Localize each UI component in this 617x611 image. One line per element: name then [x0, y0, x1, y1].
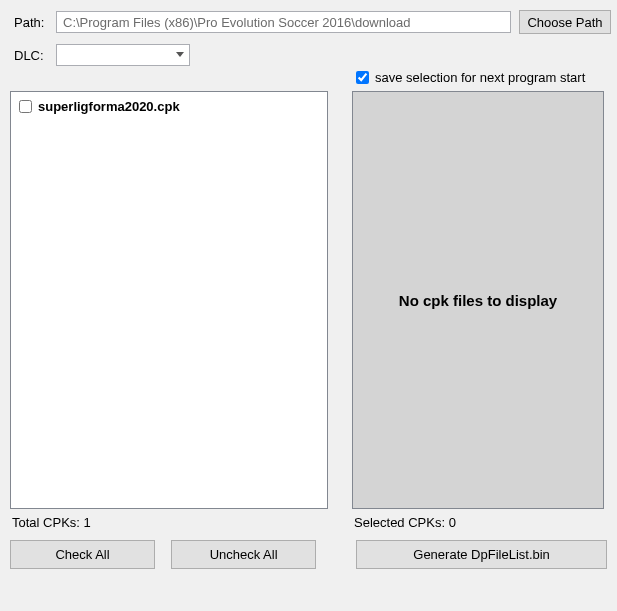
- dlc-dropdown[interactable]: [56, 44, 190, 66]
- cpk-listbox[interactable]: superligforma2020.cpk: [10, 91, 328, 509]
- choose-path-button[interactable]: Choose Path: [519, 10, 611, 34]
- selected-display-box: No cpk files to display: [352, 91, 604, 509]
- selected-cpks-value: 0: [449, 515, 456, 530]
- chevron-down-icon: [171, 45, 189, 65]
- total-cpks: Total CPKs: 1: [10, 515, 352, 530]
- selected-cpks: Selected CPKs: 0: [352, 515, 456, 530]
- save-selection-row: save selection for next program start: [356, 70, 611, 85]
- total-cpks-value: 1: [84, 515, 91, 530]
- list-item[interactable]: superligforma2020.cpk: [15, 98, 323, 115]
- save-selection-checkbox[interactable]: [356, 71, 369, 84]
- total-cpks-label: Total CPKs:: [12, 515, 84, 530]
- dlc-row: DLC:: [6, 44, 611, 66]
- path-input[interactable]: [56, 11, 511, 33]
- app-root: Path: Choose Path DLC: save selection fo…: [0, 0, 617, 611]
- generate-button[interactable]: Generate DpFileList.bin: [356, 540, 607, 569]
- empty-display-text: No cpk files to display: [399, 292, 557, 309]
- selected-cpks-label: Selected CPKs:: [354, 515, 449, 530]
- panels: superligforma2020.cpk No cpk files to di…: [6, 91, 611, 509]
- path-row: Path: Choose Path: [6, 10, 611, 34]
- save-selection-label: save selection for next program start: [375, 70, 585, 85]
- dlc-label: DLC:: [6, 48, 56, 63]
- list-item-checkbox[interactable]: [19, 100, 32, 113]
- uncheck-all-button[interactable]: Uncheck All: [171, 540, 316, 569]
- list-item-label: superligforma2020.cpk: [38, 99, 180, 114]
- button-row: Check All Uncheck All Generate DpFileLis…: [6, 540, 611, 569]
- path-label: Path:: [6, 15, 56, 30]
- counts-row: Total CPKs: 1 Selected CPKs: 0: [6, 509, 611, 540]
- check-all-button[interactable]: Check All: [10, 540, 155, 569]
